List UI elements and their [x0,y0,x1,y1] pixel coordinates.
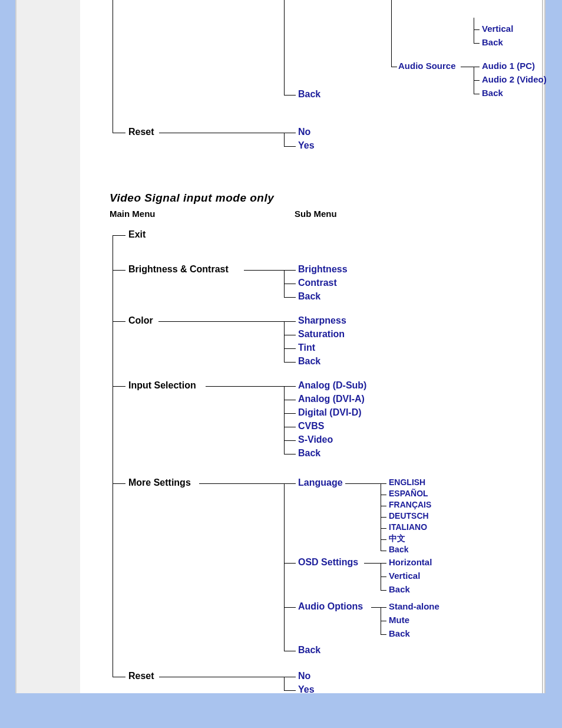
menu-item: Saturation [298,329,345,340]
menu-item: Back [298,645,320,655]
menu-item: Color [128,315,153,326]
menu-item: No [298,127,310,137]
menu-item: Stand-alone [389,601,439,611]
menu-item: Contrast [298,278,337,288]
menu-item: More Settings [128,477,191,488]
menu-item: Horizontal [389,557,432,567]
menu-item: Audio 2 (Video) [482,74,547,84]
menu-item: Back [389,628,410,638]
menu-item: Input Selection [128,380,196,391]
menu-item: Exit [128,229,146,240]
menu-item: Back [389,545,408,554]
section-heading: Video Signal input mode only [110,192,274,205]
menu-item: Sharpness [298,315,346,326]
menu-item: S-Video [298,434,333,445]
menu-item: Yes [298,684,315,695]
page-accent-right [547,18,558,25]
page-content: Vertical Back Audio Source Audio 1 (PC) … [80,0,542,693]
menu-item: Audio 1 (PC) [482,61,535,71]
menu-item: Back [298,448,320,459]
menu-item: Reset [128,127,154,137]
menu-item: Back [298,356,320,367]
menu-item: Brightness [298,264,348,275]
menu-item: ENGLISH [389,477,425,487]
menu-item: FRANÇAIS [389,500,431,509]
menu-item: Back [389,584,410,594]
menu-item: Language [298,477,343,488]
menu-item: Back [298,89,320,100]
menu-item: DEUTSCH [389,511,429,521]
menu-item: Audio Source [398,61,456,71]
menu-item: Back [482,37,503,47]
menu-item: ESPAÑOL [389,489,428,498]
menu-item: Back [482,88,503,98]
menu-item: ITALIANO [389,522,427,532]
menu-item: Vertical [482,24,513,34]
menu-item: Analog (DVI-A) [298,394,365,404]
menu-item: Back [298,291,320,302]
menu-item: Reset [128,671,154,681]
menu-item: CVBS [298,421,324,431]
menu-item: OSD Settings [298,557,358,568]
menu-item: Brightness & Contrast [128,264,229,275]
left-margin [16,0,80,693]
menu-item: Mute [389,615,409,625]
menu-item: Vertical [389,571,420,581]
column-header: Sub Menu [295,209,337,219]
document-page: Vertical Back Audio Source Audio 1 (PC) … [15,0,546,693]
menu-item: Digital (DVI-D) [298,407,362,418]
menu-item: No [298,671,310,681]
menu-item: 中文 [389,533,405,544]
menu-item: Yes [298,140,315,151]
menu-item: Audio Options [298,601,363,612]
column-header: Main Menu [110,209,156,219]
menu-item: Tint [298,342,315,353]
menu-item: Analog (D-Sub) [298,380,366,391]
